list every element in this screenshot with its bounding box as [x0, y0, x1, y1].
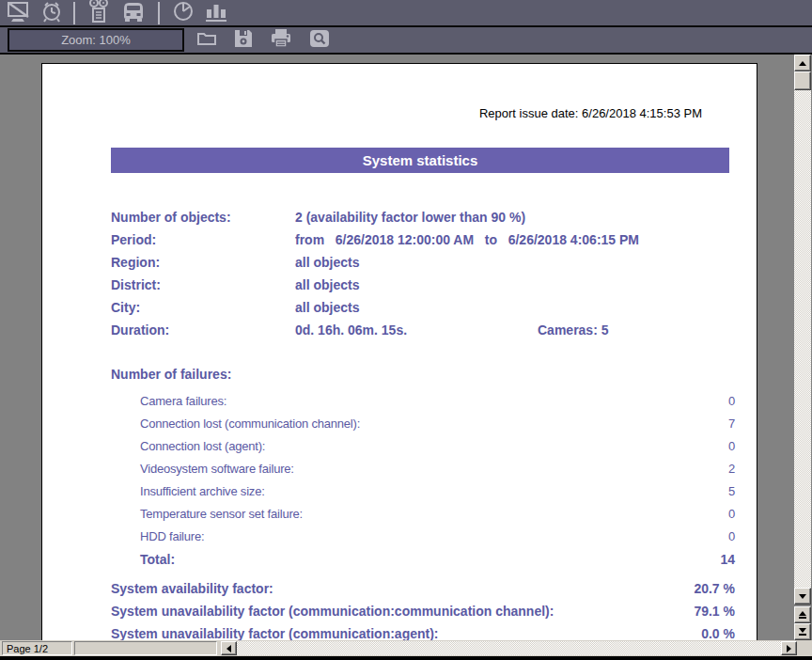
save-floppy-icon [234, 29, 253, 52]
info-label: Region: [111, 255, 295, 270]
projector-icon [87, 0, 110, 27]
failure-label: Temperature sensor set failure: [140, 507, 303, 521]
failure-value: 0 [728, 507, 735, 521]
down-arrow-icon [799, 594, 806, 599]
report-page: Report issue date: 6/26/2018 4:15:53 PM … [41, 63, 757, 640]
failure-row: Connection lost (agent): 0 [140, 434, 735, 457]
info-label: Number of objects: [111, 210, 295, 225]
horizontal-scrollbar-track[interactable] [237, 641, 781, 655]
info-label: Duration: [111, 322, 295, 338]
car-button[interactable] [117, 0, 150, 26]
info-row: Duration: 0d. 16h. 06m. 15s. Cameras: 5 [111, 319, 694, 341]
alarm-clock-icon [40, 0, 63, 26]
search-button[interactable] [306, 27, 333, 54]
failure-row: HDD failure: 0 [140, 525, 735, 547]
bar-chart-button[interactable] [201, 0, 231, 26]
page-up-bar [799, 617, 806, 619]
report-toolbar: Zoom: 100% [0, 27, 812, 55]
horizontal-scrollbar[interactable] [221, 641, 797, 655]
scroll-right-button[interactable] [781, 641, 797, 655]
page-up-icon [799, 611, 806, 616]
failure-row: Connection lost (communication channel):… [140, 412, 735, 434]
pie-chart-button[interactable] [169, 0, 197, 26]
print-button[interactable] [267, 27, 295, 54]
vertical-scrollbar-track[interactable] [794, 90, 811, 588]
failure-label: Connection lost (agent): [140, 439, 265, 453]
alarm-clock-button[interactable] [38, 0, 66, 26]
save-button[interactable] [231, 27, 256, 54]
failure-row: Temperature sensor set failure: 0 [140, 502, 735, 525]
toolbar-separator [73, 2, 75, 24]
info-row: District: all objects [111, 274, 694, 296]
failure-value: 2 [728, 462, 735, 476]
report-preview-area: Report issue date: 6/26/2018 4:15:53 PM … [0, 55, 812, 640]
total-label: Total: [140, 552, 175, 567]
open-button[interactable] [194, 27, 220, 54]
failure-label: Camera failures: [140, 394, 226, 408]
scroll-up-button[interactable] [794, 55, 811, 71]
scroll-down-button[interactable] [794, 588, 811, 605]
summary-row: System unavailability factor (communicat… [111, 600, 735, 622]
right-arrow-icon [787, 645, 791, 652]
info-value: 0d. 16h. 06m. 15s. [295, 322, 407, 338]
zoom-control[interactable]: Zoom: 100% [8, 28, 184, 52]
summary-value: 79.1 % [694, 604, 735, 619]
failure-value: 7 [728, 416, 735, 431]
page-indicator-panel: Page 1/2 [2, 641, 72, 655]
page-down-icon [799, 628, 806, 633]
pie-chart-icon [172, 0, 195, 26]
failure-label: Connection lost (communication channel): [140, 416, 360, 431]
monitor-off-button[interactable] [4, 0, 34, 26]
info-row: Period: from 6/26/2018 12:00:00 AM to 6/… [111, 228, 694, 251]
summary-row: System availability factor: 20.7 % [111, 577, 735, 600]
failure-label: Videosystem software failure: [140, 462, 294, 476]
failure-row: Camera failures: 0 [140, 389, 735, 412]
projector-button[interactable] [85, 0, 113, 26]
failure-value: 0 [728, 394, 735, 408]
info-value: all objects [295, 277, 359, 292]
report-title: System statistics [111, 148, 729, 173]
monitor-off-icon [7, 0, 31, 26]
report-issue-date: Report issue date: 6/26/2018 4:15:53 PM [479, 106, 702, 120]
cameras-count: Cameras: 5 [538, 322, 609, 338]
info-row: City: all objects [111, 296, 694, 319]
failure-row: Insufficient archive size: 5 [140, 479, 735, 502]
scroll-left-button[interactable] [221, 641, 237, 655]
status-bar: Page 1/2 [0, 640, 812, 656]
info-row: Number of objects: 2 (availability facto… [111, 206, 694, 228]
toolbar-separator [158, 2, 160, 24]
open-folder-icon [196, 29, 217, 52]
info-label: Period: [111, 232, 295, 247]
bar-chart-icon [204, 0, 228, 26]
summary-value: 20.7 % [694, 581, 735, 596]
page-down-bar [799, 634, 806, 636]
previous-page-button[interactable] [794, 606, 811, 623]
failure-label: Insufficient archive size: [140, 484, 265, 498]
failure-value: 5 [728, 484, 735, 498]
total-value: 14 [720, 552, 735, 567]
failure-row: Videosystem software failure: 2 [140, 457, 735, 479]
up-arrow-icon [799, 61, 806, 66]
page-indicator: Page 1/2 [7, 643, 48, 654]
zoom-label: Zoom: 100% [61, 33, 131, 47]
failure-value: 0 [728, 439, 735, 453]
info-label: District: [111, 277, 295, 292]
summary-label: System unavailability factor (communicat… [111, 604, 554, 619]
summary-row: System unavailability factor (communicat… [111, 622, 735, 640]
info-value: all objects [295, 300, 359, 315]
failures-total-row: Total: 14 [140, 548, 735, 571]
vertical-scrollbar-thumb[interactable] [794, 71, 811, 90]
next-page-button[interactable] [794, 623, 811, 640]
vertical-scrollbar[interactable] [794, 55, 811, 640]
search-preview-icon [309, 29, 330, 52]
left-arrow-icon [226, 645, 231, 652]
info-row: Region: all objects [111, 251, 694, 274]
failure-value: 0 [728, 529, 735, 543]
summary-label: System unavailability factor (communicat… [111, 626, 439, 640]
main-toolbar [0, 0, 812, 27]
summary-label: System availability factor: [111, 581, 273, 596]
info-value: 2 (availability factor lower than 90 %) [295, 210, 525, 225]
info-value: all objects [295, 255, 359, 270]
print-icon [270, 29, 292, 52]
info-value: from 6/26/2018 12:00:00 AM to 6/26/2018 … [295, 232, 639, 247]
